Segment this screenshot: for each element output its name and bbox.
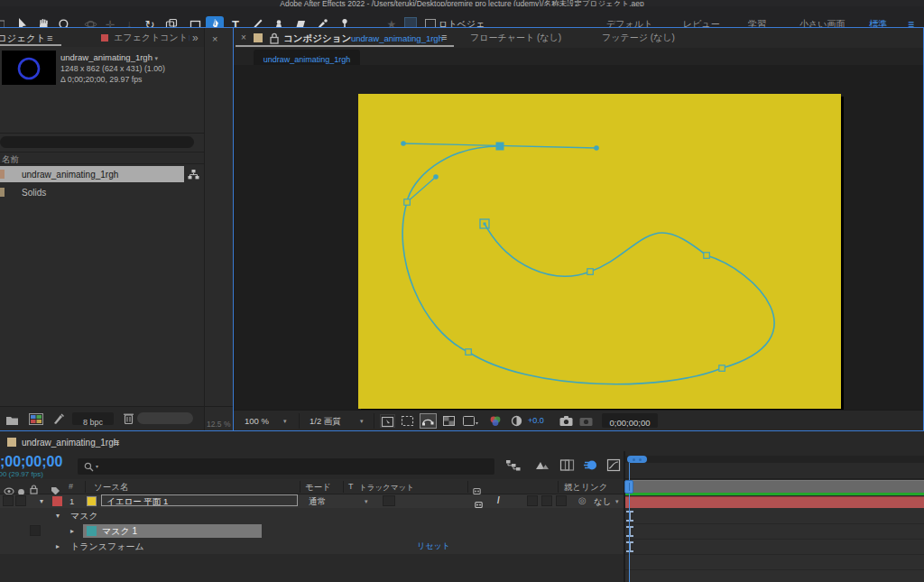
current-timecode[interactable]: 0;00;00;00	[0, 455, 62, 469]
strip-zoom-value[interactable]: 12.5 %	[207, 420, 230, 429]
footage-icon[interactable]	[29, 412, 43, 429]
viewer-tab[interactable]: undraw_animating_1rgh	[254, 50, 360, 65]
panel-overflow-chevron[interactable]: »	[192, 32, 199, 43]
mask-visibility-cell[interactable]	[30, 525, 41, 536]
quality-toggle[interactable]: /	[497, 496, 500, 505]
masks-group-row[interactable]: ▾ マスク	[0, 508, 624, 523]
tab-footage[interactable]: フッテージ (なし)	[602, 33, 675, 42]
magnification-value[interactable]: 100 %	[245, 417, 269, 426]
comp-tab-name[interactable]: undraw_animating_1rgh	[351, 34, 443, 43]
parent-value[interactable]: なし	[594, 497, 611, 506]
comp-close-icon[interactable]: ×	[241, 33, 246, 42]
bit-depth-button[interactable]: 8 bpc	[72, 412, 114, 425]
layer-expand-chevron[interactable]: ▾	[40, 498, 43, 505]
resolution-value[interactable]: 1/2 画質	[310, 417, 341, 426]
layer-name-field[interactable]: イエロー 平面 1	[101, 494, 298, 506]
panel-resize-pill[interactable]	[137, 412, 193, 424]
comp-timecode-box[interactable]: 0;00;00;00	[602, 413, 658, 428]
folder-icon[interactable]	[5, 413, 19, 430]
title-bar: Adobe After Effects 2022 - /Users/teruki…	[0, 0, 924, 6]
timeline-column-header: # ソース名 モード T トラックマット ☀ \ fx ▦ ◎ ◐ ⊕ 親とリン…	[0, 479, 624, 494]
project-search-input[interactable]	[0, 136, 194, 148]
mask1-expand-chevron[interactable]: ▸	[70, 528, 74, 535]
switch-cell-1[interactable]	[527, 495, 538, 506]
strip-close-icon[interactable]: ×	[212, 34, 217, 44]
comp-network-icon[interactable]	[188, 168, 199, 184]
timeline-navigator-thumb[interactable]	[627, 456, 647, 463]
switch-cell-3[interactable]	[556, 495, 567, 506]
work-area-bar[interactable]	[625, 480, 924, 493]
project-panel-menu-icon[interactable]: ≡	[47, 33, 52, 43]
trash-icon[interactable]	[123, 411, 134, 429]
source-name-column-header[interactable]: ソース名	[94, 483, 128, 492]
layer-row-1[interactable]: ▾ 1 イエロー 平面 1 通常 ▾ / ◎ なし ▾	[0, 494, 624, 508]
always-preview-icon[interactable]	[380, 414, 395, 428]
tab-flowchart[interactable]: フローチャート (なし)	[470, 33, 561, 42]
video-toggle[interactable]	[3, 495, 14, 506]
tab-project[interactable]: プロジェクト	[0, 33, 45, 43]
parent-dropdown-arrow[interactable]: ▾	[615, 498, 619, 505]
draft-3d-icon[interactable]	[534, 458, 550, 476]
mask1-color-swatch[interactable]	[87, 526, 97, 536]
timeline-tab-label[interactable]: undraw_animating_1rgh	[22, 439, 118, 448]
parent-link-column-header[interactable]: 親とリンク	[564, 483, 607, 492]
preview-dropdown-arrow[interactable]: ▾	[155, 55, 159, 61]
transform-expand-chevron[interactable]: ▸	[56, 543, 60, 550]
transparency-grid-icon[interactable]	[441, 414, 457, 428]
viewer-tab-row: undraw_animating_1rgh	[234, 48, 923, 65]
preview-comp-name: undraw_animating_1rgh ▾	[60, 53, 158, 62]
comp-viewer[interactable]	[234, 65, 923, 410]
t-column-header[interactable]: T	[348, 483, 354, 491]
solid-color-swatch[interactable]	[87, 496, 97, 506]
comp-canvas[interactable]	[358, 94, 841, 409]
comp-panel-menu-icon[interactable]: ≡	[441, 32, 447, 42]
comp-timecode: 0;00;00;00	[610, 418, 651, 428]
snapshot-camera-icon[interactable]	[559, 414, 574, 428]
mode-column-header[interactable]: モード	[305, 483, 331, 492]
transform-label: トランスフォーム	[70, 542, 144, 551]
region-of-interest-icon[interactable]	[400, 414, 415, 428]
parent-pickwhip-icon[interactable]: ◎	[578, 496, 587, 505]
transform-reset-link[interactable]: リセット	[417, 542, 450, 550]
project-row-solids[interactable]: Solids	[0, 184, 204, 200]
timeline-search-input[interactable]: ▾	[78, 458, 494, 475]
timeline-navigator-track[interactable]	[625, 456, 924, 463]
interpret-footage-icon[interactable]	[52, 412, 65, 429]
magnification-dropdown-arrow[interactable]: ▾	[283, 418, 287, 424]
mask-path-overlay[interactable]	[358, 94, 841, 409]
exposure-icon[interactable]	[510, 414, 523, 428]
switch-cell-2[interactable]	[541, 495, 552, 506]
mask1-row[interactable]: ▸ マスク 1	[0, 523, 624, 539]
search-icon	[84, 462, 94, 472]
motion-blur-icon[interactable]	[583, 458, 598, 476]
exposure-value[interactable]: +0.0	[528, 417, 544, 425]
view-layout-icon[interactable]	[461, 414, 479, 428]
comp-panel-title[interactable]: コンポジション	[283, 33, 351, 43]
track-matte-cell[interactable]	[383, 495, 395, 506]
timeline-menu-icon[interactable]: ≡	[114, 438, 119, 448]
graph-editor-icon[interactable]	[606, 458, 621, 476]
mini-flowchart-icon[interactable]	[505, 458, 521, 476]
audio-toggle[interactable]	[15, 495, 26, 506]
project-tab-underline	[0, 44, 61, 46]
search-dropdown-arrow[interactable]: ▾	[96, 463, 98, 469]
time-ruler[interactable]	[625, 463, 924, 479]
playhead-handle[interactable]	[624, 480, 633, 494]
track-matte-column-header[interactable]: トラックマット	[359, 484, 414, 492]
layer-label-color[interactable]	[52, 496, 62, 506]
playhead-ibeam-2[interactable]	[626, 526, 633, 537]
layer-duration-bar[interactable]	[625, 496, 924, 508]
blend-mode-value[interactable]: 通常	[309, 497, 326, 506]
frame-blending-icon[interactable]	[559, 458, 575, 476]
show-snapshot-icon[interactable]	[578, 414, 594, 428]
playhead-ibeam-3[interactable]	[626, 541, 633, 552]
playhead-ibeam-1[interactable]	[626, 511, 633, 522]
transform-row[interactable]: ▸ トランスフォーム リセット	[0, 539, 624, 554]
mask-visibility-toggle-icon[interactable]	[420, 413, 437, 429]
tab-effect-controls[interactable]: エフェクトコントロール	[114, 33, 189, 42]
channel-rgb-icon[interactable]	[488, 414, 503, 428]
resolution-dropdown-arrow[interactable]: ▾	[360, 418, 364, 424]
masks-expand-chevron[interactable]: ▾	[56, 513, 60, 520]
project-row-selected[interactable]: undraw_animating_1rgh	[0, 166, 184, 182]
blend-mode-dropdown-arrow[interactable]: ▾	[365, 498, 368, 505]
